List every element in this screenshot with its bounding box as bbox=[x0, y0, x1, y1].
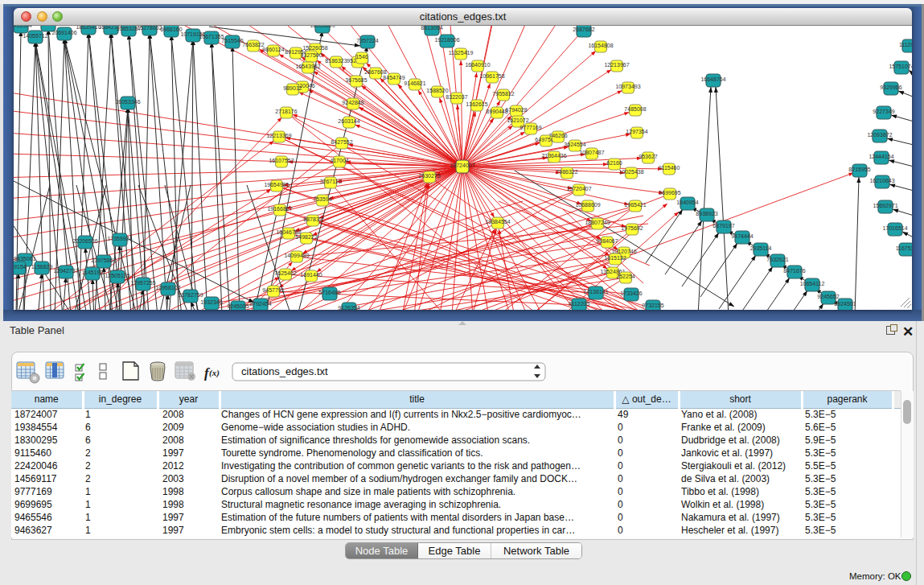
svg-text:5716485: 5716485 bbox=[318, 290, 340, 295]
svg-text:746266: 746266 bbox=[548, 133, 567, 138]
svg-text:14099489: 14099489 bbox=[284, 253, 309, 258]
svg-text:10973493: 10973493 bbox=[615, 84, 640, 89]
svg-text:8186323: 8186323 bbox=[325, 58, 347, 64]
svg-text:17016514: 17016514 bbox=[882, 225, 907, 231]
svg-text:6966160: 6966160 bbox=[160, 27, 182, 32]
svg-text:12093872: 12093872 bbox=[867, 132, 892, 138]
svg-text:9126354: 9126354 bbox=[338, 305, 359, 310]
svg-text:19218506: 19218506 bbox=[434, 37, 459, 43]
svg-text:16648764: 16648764 bbox=[700, 76, 725, 82]
svg-text:26053346: 26053346 bbox=[115, 99, 140, 105]
svg-text:9115460: 9115460 bbox=[659, 165, 680, 171]
svg-text:7515546: 7515546 bbox=[221, 38, 243, 43]
svg-text:8215955: 8215955 bbox=[848, 167, 870, 172]
svg-text:8415304: 8415304 bbox=[14, 26, 32, 28]
svg-text:9912574: 9912574 bbox=[37, 26, 59, 27]
svg-text:(x): (x) bbox=[209, 368, 220, 378]
svg-text:9474444: 9474444 bbox=[731, 233, 753, 239]
svg-text:3267110: 3267110 bbox=[320, 179, 342, 184]
svg-text:417004: 417004 bbox=[330, 158, 348, 163]
svg-text:23975867: 23975867 bbox=[91, 257, 116, 263]
svg-text:9777169: 9777169 bbox=[519, 125, 541, 130]
svg-text:1640954: 1640954 bbox=[676, 200, 698, 205]
svg-text:2867608: 2867608 bbox=[364, 69, 386, 75]
svg-text:20691406: 20691406 bbox=[51, 30, 76, 35]
svg-text:7986322: 7986322 bbox=[556, 169, 577, 175]
svg-text:1965421: 1965421 bbox=[624, 202, 646, 208]
svg-text:9245005: 9245005 bbox=[227, 303, 248, 309]
svg-text:17359924: 17359924 bbox=[107, 236, 132, 241]
svg-text:12213369: 12213369 bbox=[266, 133, 291, 138]
svg-text:citations_edges.txt: citations_edges.txt bbox=[241, 365, 328, 377]
svg-text:10654112: 10654112 bbox=[800, 281, 825, 286]
svg-text:18724007: 18724007 bbox=[450, 163, 474, 168]
svg-text:8471676: 8471676 bbox=[783, 268, 805, 274]
svg-text:10025438: 10025438 bbox=[618, 169, 643, 175]
svg-text:8322037: 8322037 bbox=[446, 94, 467, 100]
svg-text:18635410: 18635410 bbox=[76, 26, 101, 30]
svg-text:1621072: 1621072 bbox=[507, 117, 528, 123]
svg-text:15720407: 15720407 bbox=[566, 186, 591, 192]
svg-text:753594: 753594 bbox=[313, 196, 331, 202]
svg-text:7485008: 7485008 bbox=[624, 106, 646, 112]
svg-text:10671355: 10671355 bbox=[199, 34, 224, 39]
svg-text:7632621: 7632621 bbox=[766, 257, 788, 262]
svg-text:14055712: 14055712 bbox=[23, 33, 47, 39]
svg-text:12213967: 12213967 bbox=[604, 62, 629, 68]
svg-text:12505135: 12505135 bbox=[105, 273, 129, 278]
svg-text:6794028: 6794028 bbox=[505, 107, 527, 113]
svg-text:252254: 252254 bbox=[616, 274, 634, 279]
svg-text:1362615: 1362615 bbox=[466, 101, 487, 107]
svg-text:1546: 1546 bbox=[355, 54, 368, 60]
svg-text:1145193: 1145193 bbox=[82, 270, 104, 275]
svg-text:8427552: 8427552 bbox=[331, 139, 352, 145]
svg-text:1691440: 1691440 bbox=[300, 272, 322, 278]
svg-text:3675685: 3675685 bbox=[345, 77, 367, 83]
svg-text:1733426: 1733426 bbox=[620, 290, 642, 296]
svg-text:18807249: 18807249 bbox=[585, 220, 610, 225]
svg-text:9242848: 9242848 bbox=[342, 100, 363, 105]
svg-text:15226058: 15226058 bbox=[302, 45, 327, 51]
svg-text:2718176: 2718176 bbox=[275, 109, 297, 114]
svg-text:14136141: 14136141 bbox=[583, 289, 608, 295]
svg-text:2687682: 2687682 bbox=[573, 27, 594, 32]
svg-text:953627: 953627 bbox=[639, 154, 657, 159]
svg-text:8792454: 8792454 bbox=[249, 301, 271, 307]
svg-text:6879197: 6879197 bbox=[713, 223, 734, 229]
svg-text:9732155: 9732155 bbox=[642, 303, 663, 308]
svg-text:9860124: 9860124 bbox=[262, 47, 284, 52]
svg-text:19166827: 19166827 bbox=[267, 206, 292, 212]
svg-text:9146821: 9146821 bbox=[404, 80, 425, 86]
svg-text:10807487: 10807487 bbox=[579, 150, 604, 155]
svg-text:21364436: 21364436 bbox=[541, 153, 566, 159]
svg-text:1167534: 1167534 bbox=[896, 245, 912, 251]
svg-text:2935114: 2935114 bbox=[750, 245, 772, 251]
svg-text:3624554: 3624554 bbox=[564, 142, 585, 147]
svg-text:1112045: 1112045 bbox=[899, 42, 912, 47]
svg-text:9227349: 9227349 bbox=[873, 109, 894, 114]
svg-text:9457791: 9457791 bbox=[262, 287, 284, 293]
svg-text:16210643: 16210643 bbox=[869, 178, 894, 183]
svg-text:989012: 989012 bbox=[283, 85, 302, 91]
svg-text:2530275: 2530275 bbox=[418, 173, 440, 179]
svg-text:7357224: 7357224 bbox=[356, 38, 378, 43]
svg-text:19384554: 19384554 bbox=[485, 219, 510, 225]
svg-text:9245652: 9245652 bbox=[817, 294, 839, 299]
svg-text:1615132: 1615132 bbox=[604, 255, 626, 261]
svg-text:62160: 62160 bbox=[606, 160, 622, 166]
svg-text:5498222: 5498222 bbox=[295, 234, 317, 240]
svg-text:39154: 39154 bbox=[14, 264, 27, 270]
svg-text:15692971: 15692971 bbox=[873, 203, 897, 208]
svg-text:16154808: 16154808 bbox=[588, 43, 613, 48]
svg-text:887833: 887833 bbox=[303, 216, 322, 222]
svg-text:1975692: 1975692 bbox=[621, 225, 643, 231]
svg-text:16782759: 16782759 bbox=[178, 292, 203, 298]
svg-text:17957255: 17957255 bbox=[130, 280, 155, 286]
svg-text:1932346: 1932346 bbox=[200, 299, 222, 305]
svg-text:8454749: 8454749 bbox=[383, 75, 405, 80]
svg-text:10958107: 10958107 bbox=[155, 285, 180, 290]
svg-text:1156829: 1156829 bbox=[31, 264, 53, 270]
svg-text:16033809: 16033809 bbox=[310, 26, 335, 28]
svg-text:19654985: 19654985 bbox=[264, 182, 289, 187]
svg-text:9329966: 9329966 bbox=[880, 84, 901, 90]
